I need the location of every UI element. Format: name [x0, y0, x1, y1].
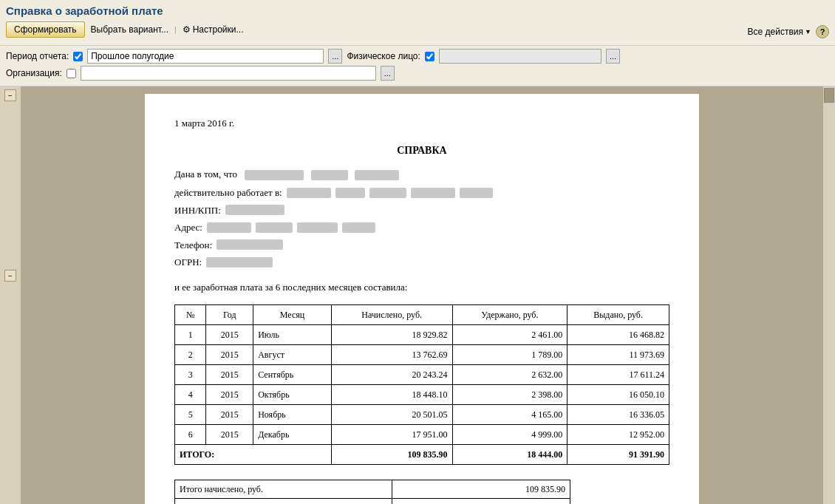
person-name-blurred3	[355, 170, 399, 180]
org-label: Организация:	[6, 68, 62, 78]
summary-table: Итого начислено, руб. 109 835.90 Итого в…	[174, 480, 570, 504]
cell-accrued: 20 243.24	[331, 365, 452, 385]
cell-month: Август	[253, 345, 332, 365]
cell-year: 2015	[206, 425, 253, 445]
dropdown-arrow-icon: ▼	[805, 28, 811, 35]
sep1: |	[174, 26, 177, 34]
period-checkbox[interactable]	[73, 52, 83, 61]
cell-month: Июль	[253, 325, 332, 345]
org-input[interactable]	[81, 66, 376, 81]
cell-month: Декабрь	[253, 425, 332, 445]
cell-num: 1	[175, 325, 206, 345]
address-blurred1	[207, 222, 251, 233]
address-blurred4	[342, 222, 375, 233]
choose-variant-button[interactable]: Выбрать вариант...	[91, 24, 168, 35]
org-blurred1	[287, 188, 331, 198]
right-scrollbar[interactable]	[823, 86, 835, 504]
filter-bar: Период отчета: ... Физическое лицо: ... …	[0, 46, 835, 86]
org-checkbox[interactable]	[67, 69, 76, 78]
help-button[interactable]: ?	[816, 25, 829, 38]
collapse-button-mid[interactable]: −	[4, 270, 16, 282]
inn-label: ИНН/КПП:	[174, 203, 221, 218]
address-line: Адрес:	[174, 220, 669, 235]
period-dots-button[interactable]: ...	[328, 49, 342, 64]
phone-blurred	[217, 239, 283, 250]
settings-icon: ⚙	[183, 24, 191, 35]
page-title: Справка о заработной плате	[6, 4, 829, 17]
cell-accrued: 13 762.69	[331, 345, 452, 365]
cell-withheld: 4 999.00	[452, 425, 568, 445]
period-input[interactable]	[87, 49, 324, 64]
col-header-accrued: Начислено, руб.	[331, 305, 452, 325]
period-label: Период отчета:	[6, 51, 69, 61]
summary-label: Итого начислено, руб.	[175, 480, 392, 499]
summary-value: 109 835.90	[392, 480, 570, 499]
all-actions-button[interactable]: Все действия ▼	[748, 27, 811, 37]
doc-title: СПРАВКА	[174, 143, 669, 158]
col-header-withheld: Удержано, руб.	[452, 305, 568, 325]
cell-withheld: 4 165.00	[452, 405, 568, 425]
settings-button[interactable]: ⚙ Настройки...	[183, 24, 244, 35]
person-name-blurred	[245, 170, 304, 180]
cell-month: Ноябрь	[253, 405, 332, 425]
document-page: 1 марта 2016 г. СПРАВКА Дана в том, что …	[145, 94, 699, 504]
col-header-year: Год	[206, 305, 253, 325]
ogrn-label: ОГРН:	[174, 255, 202, 270]
cell-year: 2015	[206, 325, 253, 345]
cell-num: 6	[175, 425, 206, 445]
table-row: 5 2015 Ноябрь 20 501.05 4 165.00 16 336.…	[175, 405, 669, 425]
cell-num: 3	[175, 365, 206, 385]
salary-table: № Год Месяц Начислено, руб. Удержано, ру…	[174, 304, 669, 465]
settings-label: Настройки...	[193, 24, 244, 35]
cell-year: 2015	[206, 345, 253, 365]
works-in-label: действительно работает в:	[174, 185, 282, 200]
cell-accrued: 18 448.10	[331, 385, 452, 405]
doc-intro: Дана в том, что	[174, 167, 669, 182]
phone-label: Телефон:	[174, 238, 212, 253]
cell-withheld: 2 632.00	[452, 365, 568, 385]
document-container[interactable]: 1 марта 2016 г. СПРАВКА Дана в том, что …	[21, 86, 823, 504]
cell-accrued: 20 501.05	[331, 405, 452, 425]
org-blurred3	[369, 188, 406, 198]
main-area: − − 1 марта 2016 г. СПРАВКА Дана в том, …	[0, 86, 835, 504]
summary-label: Итого выдано, руб.	[175, 499, 392, 505]
all-actions-label: Все действия	[748, 27, 803, 37]
inn-blurred	[225, 205, 284, 215]
physical-person-input[interactable]	[439, 49, 601, 64]
cell-withheld: 2 461.00	[452, 325, 568, 345]
ogrn-blurred	[206, 257, 273, 268]
top-right-actions: Все действия ▼ ?	[748, 25, 829, 38]
table-row: 4 2015 Октябрь 18 448.10 2 398.00 16 050…	[175, 385, 669, 405]
physical-person-checkbox[interactable]	[425, 52, 434, 61]
table-row: 2 2015 Август 13 762.69 1 789.00 11 973.…	[175, 345, 669, 365]
summary-value: 91 391.90	[392, 499, 570, 505]
inn-line: ИНН/КПП:	[174, 203, 669, 218]
cell-year: 2015	[206, 405, 253, 425]
left-gutter: − −	[0, 86, 21, 504]
org-dots-button[interactable]: ...	[381, 66, 395, 81]
org-blurred4	[411, 188, 455, 198]
cell-paid: 17 611.24	[568, 365, 669, 385]
phone-line: Телефон:	[174, 238, 669, 253]
summary-row: Итого выдано, руб. 91 391.90	[175, 499, 570, 505]
table-row: 6 2015 Декабрь 17 951.00 4 999.00 12 952…	[175, 425, 669, 445]
cell-withheld: 1 789.00	[452, 345, 568, 365]
total-accrued: 109 835.90	[331, 445, 452, 465]
cell-paid: 16 050.10	[568, 385, 669, 405]
cell-num: 4	[175, 385, 206, 405]
physical-person-dots-button[interactable]: ...	[606, 49, 620, 64]
cell-year: 2015	[206, 365, 253, 385]
cell-month: Октябрь	[253, 385, 332, 405]
intro-text: Дана в том, что	[174, 168, 237, 180]
works-in-line: действительно работает в:	[174, 185, 669, 200]
form-button[interactable]: Сформировать	[6, 21, 85, 38]
collapse-button-top[interactable]: −	[4, 89, 16, 101]
physical-person-label: Физическое лицо:	[347, 51, 420, 61]
total-withheld: 18 444.00	[452, 445, 568, 465]
table-row: 3 2015 Сентябрь 20 243.24 2 632.00 17 61…	[175, 365, 669, 385]
cell-paid: 16 336.05	[568, 405, 669, 425]
cell-accrued: 17 951.00	[331, 425, 452, 445]
table-row: 1 2015 Июль 18 929.82 2 461.00 16 468.82	[175, 325, 669, 345]
summary-row: Итого начислено, руб. 109 835.90	[175, 480, 570, 499]
cell-num: 2	[175, 345, 206, 365]
